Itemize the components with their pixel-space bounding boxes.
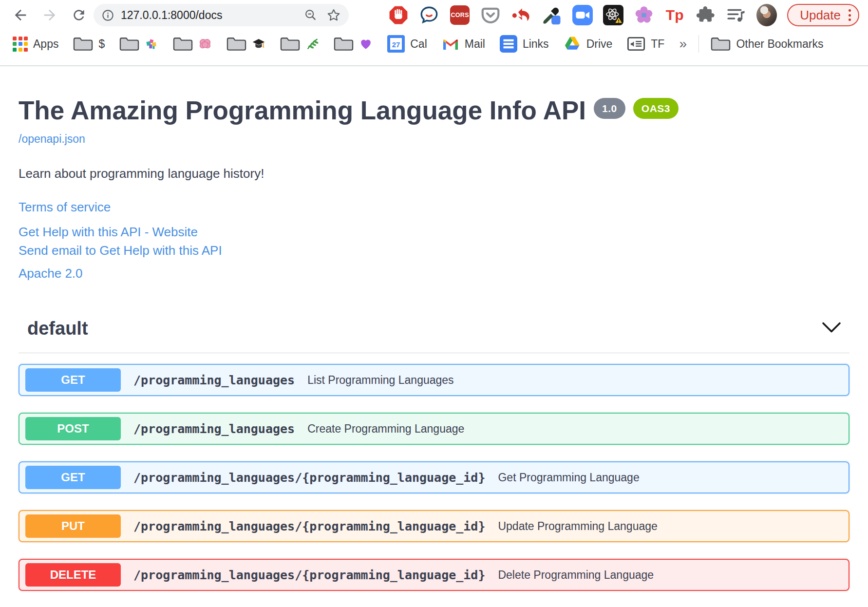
tag-section-header[interactable]: default bbox=[19, 318, 849, 353]
apps-grid-icon bbox=[13, 37, 28, 52]
other-bookmarks[interactable]: Other Bookmarks bbox=[711, 36, 823, 52]
folder-icon bbox=[711, 36, 731, 52]
operation-row[interactable]: GET /programming_languages/{programming_… bbox=[19, 461, 849, 493]
gmail-icon bbox=[442, 37, 459, 51]
folder-icon bbox=[119, 36, 139, 52]
bookmark-folder-graduation[interactable] bbox=[226, 36, 265, 52]
bookmark-tf[interactable]: TF bbox=[627, 36, 664, 52]
bookmark-star-icon[interactable] bbox=[326, 8, 341, 22]
bookmark-folder-dollar[interactable]: $ bbox=[73, 36, 105, 52]
method-badge: DELETE bbox=[25, 563, 121, 587]
tp-label: Tp bbox=[666, 7, 684, 23]
zoom-video-extension-icon[interactable] bbox=[572, 5, 593, 25]
reload-icon bbox=[71, 7, 87, 23]
operation-row[interactable]: GET /programming_languages List Programm… bbox=[19, 364, 849, 396]
bookmarks-overflow-chevron[interactable]: » bbox=[679, 36, 687, 52]
folder-icon bbox=[73, 36, 93, 52]
react-devtools-extension-icon[interactable] bbox=[603, 5, 623, 25]
pinata-icon bbox=[145, 37, 158, 51]
method-badge: GET bbox=[25, 466, 121, 489]
operation-path: /programming_languages/{programming_lang… bbox=[133, 568, 485, 582]
operations-list: GET /programming_languages List Programm… bbox=[19, 364, 849, 591]
tp-extension-icon[interactable]: Tp bbox=[664, 5, 685, 25]
info-icon[interactable] bbox=[101, 9, 114, 22]
update-label: Update bbox=[800, 8, 841, 23]
reload-button[interactable] bbox=[70, 6, 88, 24]
bookmark-apps[interactable]: Apps bbox=[13, 37, 58, 52]
operation-row[interactable]: POST /programming_languages Create Progr… bbox=[19, 413, 849, 445]
forward-icon bbox=[41, 7, 58, 23]
bookmarks-bar: Apps $ 27 Cal Mail Links Drive bbox=[0, 30, 868, 57]
operation-path: /programming_languages bbox=[133, 422, 295, 436]
chevron-down-icon bbox=[821, 322, 842, 334]
api-description: Learn about programming language history… bbox=[19, 166, 849, 181]
folder-icon bbox=[173, 36, 193, 52]
avatar bbox=[756, 4, 777, 26]
brain-icon bbox=[198, 37, 212, 51]
tag-name: default bbox=[27, 318, 88, 339]
version-badge: 1.0 bbox=[594, 98, 625, 119]
recycle-flower-extension-icon[interactable] bbox=[634, 5, 654, 25]
terms-of-service-link[interactable]: Terms of service bbox=[19, 200, 849, 215]
contact-email-link[interactable]: Send email to Get Help with this API bbox=[19, 243, 849, 258]
pocket-extension-icon[interactable] bbox=[480, 5, 501, 25]
zoom-out-icon[interactable] bbox=[304, 8, 318, 22]
operation-path: /programming_languages/{programming_lang… bbox=[133, 471, 485, 485]
operation-summary: List Programming Languages bbox=[307, 374, 453, 387]
tf-card-icon bbox=[627, 36, 645, 52]
openapi-spec-link[interactable]: /openapi.json bbox=[19, 133, 85, 146]
bookmark-calendar[interactable]: 27 Cal bbox=[387, 35, 427, 53]
playlist-icon[interactable] bbox=[726, 5, 746, 25]
operation-row[interactable]: DELETE /programming_languages/{programmi… bbox=[19, 559, 849, 591]
method-badge: GET bbox=[25, 368, 121, 392]
bookmark-drive[interactable]: Drive bbox=[564, 36, 613, 52]
purple-heart-icon bbox=[359, 37, 373, 51]
method-badge: PUT bbox=[25, 514, 121, 538]
svg-text:27: 27 bbox=[392, 40, 400, 49]
operation-summary: Update Programming Language bbox=[498, 520, 657, 533]
cors-extension-icon[interactable]: CORS bbox=[450, 5, 470, 25]
color-picker-extension-icon[interactable] bbox=[542, 5, 562, 25]
bookmark-folder-heart[interactable] bbox=[334, 36, 373, 52]
bookmark-folder-pinata[interactable] bbox=[119, 36, 158, 52]
chat-bubble-extension-icon[interactable] bbox=[419, 5, 439, 25]
more-menu-icon[interactable] bbox=[849, 9, 851, 21]
operation-path: /programming_languages/{programming_lang… bbox=[133, 519, 485, 533]
method-badge: POST bbox=[25, 417, 121, 440]
address-bar[interactable]: 127.0.0.1:8000/docs bbox=[94, 4, 349, 26]
operation-path: /programming_languages bbox=[133, 373, 295, 387]
update-button[interactable]: Update bbox=[787, 4, 859, 26]
bookmark-gmail[interactable]: Mail bbox=[442, 37, 485, 51]
back-icon bbox=[12, 7, 29, 23]
collapse-section-button[interactable] bbox=[819, 320, 844, 338]
graduation-cap-icon bbox=[252, 37, 265, 51]
swagger-ui: The Amazing Programming Language Info AP… bbox=[0, 66, 868, 607]
page-title: The Amazing Programming Language Info AP… bbox=[19, 95, 849, 126]
links-doc-icon bbox=[500, 35, 517, 53]
bookmark-folder-brain[interactable] bbox=[173, 36, 212, 52]
folder-icon bbox=[334, 36, 354, 52]
browser-toolbar: 127.0.0.1:8000/docs CORS bbox=[0, 0, 868, 30]
operation-summary: Create Programming Language bbox=[307, 422, 464, 436]
cors-label: CORS bbox=[450, 5, 470, 25]
profile-avatar[interactable] bbox=[756, 5, 777, 25]
url-text[interactable]: 127.0.0.1:8000/docs bbox=[121, 9, 304, 22]
stop-hand-extension-icon[interactable] bbox=[388, 5, 409, 25]
puzzle-extensions-icon[interactable] bbox=[695, 5, 716, 25]
oas3-badge: OAS3 bbox=[633, 98, 679, 119]
operation-summary: Delete Programming Language bbox=[498, 569, 654, 582]
operation-row[interactable]: PUT /programming_languages/{programming_… bbox=[19, 510, 849, 542]
folder-icon bbox=[280, 36, 300, 52]
contact-website-link[interactable]: Get Help with this API - Website bbox=[19, 225, 849, 240]
red-arrow-extension-icon[interactable] bbox=[511, 5, 531, 25]
folder-icon bbox=[226, 36, 246, 52]
bookmark-folder-herb[interactable] bbox=[280, 36, 319, 52]
back-button[interactable] bbox=[12, 6, 29, 24]
bookmark-links[interactable]: Links bbox=[500, 35, 549, 53]
forward-button[interactable] bbox=[41, 6, 58, 24]
google-drive-icon bbox=[564, 36, 581, 52]
herb-icon bbox=[305, 37, 319, 51]
bookmarks-divider bbox=[698, 35, 699, 53]
license-link[interactable]: Apache 2.0 bbox=[19, 266, 849, 281]
operation-summary: Get Programming Language bbox=[498, 471, 639, 484]
